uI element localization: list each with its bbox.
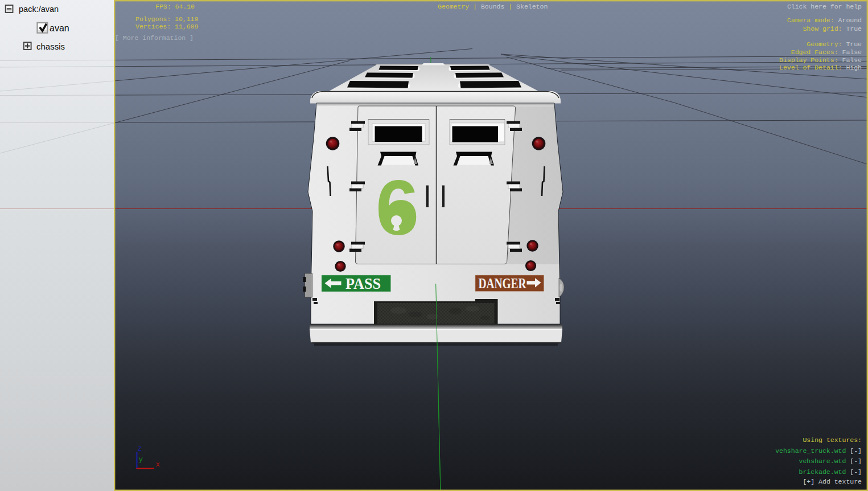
svg-text:z: z	[138, 445, 142, 453]
svg-text:DANGER: DANGER	[479, 276, 527, 291]
svg-text:y: y	[139, 456, 143, 464]
svg-text:x: x	[156, 461, 161, 469]
svg-text:PASS: PASS	[345, 275, 381, 292]
